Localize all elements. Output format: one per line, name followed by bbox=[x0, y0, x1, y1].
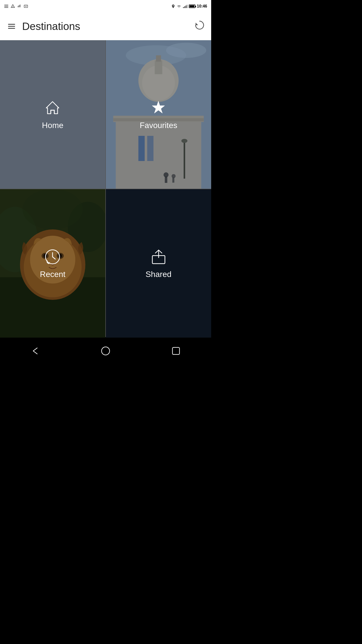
svg-rect-8 bbox=[184, 6, 185, 8]
svg-point-52 bbox=[102, 347, 110, 355]
home-nav-icon bbox=[101, 346, 111, 356]
battery-icon bbox=[189, 5, 195, 8]
recent-nav-icon bbox=[171, 346, 180, 355]
time-display: 10:46 bbox=[197, 4, 207, 9]
signal-icon bbox=[183, 5, 187, 8]
clock-icon bbox=[44, 248, 61, 266]
favourites-cell-content: Favourites bbox=[140, 99, 177, 130]
svg-point-6 bbox=[173, 5, 174, 6]
home-nav-button[interactable] bbox=[96, 341, 116, 361]
status-icon-2 bbox=[11, 4, 15, 9]
svg-point-4 bbox=[18, 7, 18, 7]
status-right-icons: 10:46 bbox=[171, 4, 207, 9]
menu-line-2 bbox=[8, 26, 15, 27]
favourites-label: Favourites bbox=[140, 121, 177, 130]
svg-rect-2 bbox=[4, 7, 8, 8]
recent-label: Recent bbox=[40, 270, 65, 279]
menu-line-1 bbox=[8, 24, 15, 25]
menu-button[interactable] bbox=[6, 22, 17, 31]
svg-point-3 bbox=[13, 7, 13, 7]
status-icon-4 bbox=[24, 4, 28, 9]
svg-rect-7 bbox=[183, 7, 184, 8]
recent-nav-button[interactable] bbox=[166, 341, 186, 361]
back-button[interactable] bbox=[25, 341, 45, 361]
svg-marker-36 bbox=[152, 101, 165, 113]
home-label: Home bbox=[42, 121, 63, 130]
destinations-grid: Home bbox=[0, 40, 211, 337]
refresh-icon bbox=[194, 20, 205, 31]
svg-rect-1 bbox=[4, 6, 8, 7]
bottom-nav-bar bbox=[0, 337, 211, 365]
back-icon bbox=[30, 346, 40, 356]
location-icon bbox=[171, 4, 175, 8]
page-title: Destinations bbox=[22, 20, 194, 32]
share-icon bbox=[150, 248, 167, 266]
svg-rect-9 bbox=[186, 6, 186, 8]
menu-line-3 bbox=[8, 28, 15, 29]
refresh-button[interactable] bbox=[194, 20, 205, 33]
status-left-icons bbox=[4, 4, 28, 9]
house-icon bbox=[44, 99, 61, 117]
svg-rect-53 bbox=[172, 347, 179, 354]
status-icon-3 bbox=[17, 4, 22, 9]
status-bar: 10:46 bbox=[0, 0, 211, 13]
top-bar: Destinations bbox=[0, 13, 211, 40]
home-cell[interactable]: Home bbox=[0, 40, 105, 189]
shared-cell-content: Shared bbox=[146, 248, 171, 279]
star-icon bbox=[150, 99, 167, 117]
recent-cell-content: Recent bbox=[40, 248, 65, 279]
shared-label: Shared bbox=[146, 270, 171, 279]
svg-rect-10 bbox=[187, 5, 187, 8]
status-icon-1 bbox=[4, 4, 9, 9]
shared-cell[interactable]: Shared bbox=[106, 189, 211, 338]
svg-rect-0 bbox=[4, 5, 8, 5]
recent-cell[interactable]: Recent bbox=[0, 189, 105, 338]
wifi-icon bbox=[177, 5, 181, 8]
favourites-cell[interactable]: Favourites bbox=[106, 40, 211, 189]
svg-rect-5 bbox=[24, 5, 28, 8]
home-cell-content: Home bbox=[42, 99, 63, 130]
